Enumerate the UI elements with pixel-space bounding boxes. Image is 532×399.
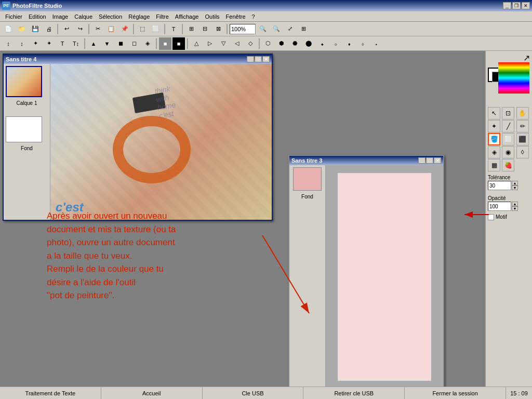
paint-bucket-btn[interactable]: 🪣 [488, 133, 500, 145]
tb2-2[interactable]: ↕ [16, 37, 28, 50]
color-spectrum[interactable] [498, 62, 529, 94]
tb2-16[interactable]: ▽ [217, 37, 230, 50]
doc2-maximize[interactable]: □ [426, 157, 433, 164]
menu-fichier[interactable]: Fichier [2, 12, 25, 21]
tb2-25[interactable]: ⬧ [343, 37, 355, 50]
tb2-23[interactable]: ⬥ [316, 37, 328, 50]
doc2-title-bar[interactable]: Sans titre 3 _ □ ✕ [289, 156, 443, 165]
doc2-close[interactable]: ✕ [434, 157, 441, 164]
color-picker-area[interactable] [488, 62, 529, 104]
tb2-10[interactable]: ◻ [128, 37, 140, 50]
menu-edition[interactable]: Edition [25, 12, 49, 21]
tb7[interactable]: ⊟ [198, 23, 211, 35]
tb2-13[interactable]: ■ [172, 37, 185, 50]
doc1-canvas[interactable]: thinkwithhomec'est c'est [50, 64, 272, 220]
tb-r4-2[interactable]: ◉ [502, 146, 514, 158]
tb2-21[interactable]: ⬣ [289, 37, 301, 50]
tb-r4-1[interactable]: ◈ [488, 146, 500, 158]
redo-button[interactable]: ↪ [74, 23, 86, 35]
open-button[interactable]: 📁 [16, 23, 28, 35]
tb2-5[interactable]: T [56, 37, 69, 50]
tb8[interactable]: ⊠ [212, 23, 224, 35]
zoom-input[interactable] [230, 24, 256, 34]
maximize-button[interactable]: ❐ [512, 2, 521, 9]
menu-affichage[interactable]: Affichage [172, 12, 202, 21]
doc1-layer2-thumb[interactable] [6, 116, 42, 142]
doc2-layer1-thumb[interactable] [293, 167, 322, 191]
opacity-up[interactable]: ▲ [512, 202, 518, 206]
doc2-controls[interactable]: _ □ ✕ [418, 157, 441, 164]
doc2-canvas[interactable] [326, 165, 443, 389]
cut-button[interactable]: ✂ [91, 23, 104, 35]
tb2-12[interactable]: ■ [159, 37, 171, 50]
copy-button[interactable]: 📋 [105, 23, 117, 35]
doc1-minimize[interactable]: _ [247, 56, 254, 62]
title-bar-controls[interactable]: _ ❐ ✕ [503, 2, 530, 9]
deselect-button[interactable]: ⬜ [150, 23, 162, 35]
text-button[interactable]: T [167, 23, 180, 35]
magic-wand-btn[interactable]: ✦ [488, 120, 500, 132]
tb2-3[interactable]: ✦ [29, 37, 42, 50]
stamp-btn[interactable]: ⬜ [502, 133, 514, 145]
tb-r5-2[interactable]: 🍓 [502, 159, 514, 171]
select-all-button[interactable]: ⬚ [136, 23, 149, 35]
menu-image[interactable]: Image [49, 12, 72, 21]
menu-fenetre[interactable]: Fenêtre [223, 12, 249, 21]
tb2-11[interactable]: ◈ [141, 37, 154, 50]
tb2-22[interactable]: ⬤ [302, 37, 315, 50]
opacity-down[interactable]: ▼ [512, 206, 518, 211]
tb-r1-2[interactable]: ⊡ [502, 107, 514, 119]
tb2-26[interactable]: ⬨ [356, 37, 369, 50]
tolerance-down[interactable]: ▼ [512, 185, 518, 190]
tb2-24[interactable]: ⬦ [329, 37, 342, 50]
status-traitement[interactable]: Traitement de Texte [0, 387, 101, 399]
tb2-6[interactable]: T↕ [70, 37, 82, 50]
doc2-minimize[interactable]: _ [418, 157, 425, 164]
paste-button[interactable]: 📌 [118, 23, 131, 35]
print-button[interactable]: 🖨 [43, 23, 55, 35]
pencil-btn[interactable]: ✏ [516, 120, 529, 132]
new-button[interactable]: 📄 [2, 23, 15, 35]
doc1-maximize[interactable]: □ [255, 56, 262, 62]
tb2-19[interactable]: ⬡ [262, 37, 274, 50]
tb-fit2[interactable]: ⊞ [297, 23, 310, 35]
tb2-4[interactable]: ✦ [43, 37, 55, 50]
copy2-button[interactable]: ⊞ [185, 23, 197, 35]
tb2-27[interactable]: ⬩ [370, 37, 382, 50]
tb2-17[interactable]: ◁ [231, 37, 243, 50]
tolerance-spinner[interactable]: ▲ ▼ [512, 181, 518, 190]
status-accueil[interactable]: Accueil [101, 387, 203, 399]
menu-filtre[interactable]: Filtre [153, 12, 171, 21]
menu-reglage[interactable]: Réglage [125, 12, 153, 21]
opacity-spinner[interactable]: ▲ ▼ [512, 202, 518, 211]
menu-calque[interactable]: Calque [71, 12, 96, 21]
status-fermer[interactable]: Fermer la session [405, 387, 506, 399]
minimize-button[interactable]: _ [503, 2, 511, 9]
fit-button[interactable]: ⤢ [284, 23, 296, 35]
status-cle-usb[interactable]: Cle USB [203, 387, 304, 399]
doc1-layer1-thumb[interactable] [6, 66, 42, 97]
tb2-9[interactable]: ◼ [114, 37, 127, 50]
tb2-20[interactable]: ⬢ [275, 37, 288, 50]
tolerance-input[interactable] [488, 181, 511, 190]
status-retirer-cle[interactable]: Retirer cle USB [303, 387, 405, 399]
menu-selection[interactable]: Sélection [96, 12, 125, 21]
save-button[interactable]: 💾 [29, 23, 42, 35]
undo-button[interactable]: ↩ [60, 23, 73, 35]
doc1-title-bar[interactable]: Sans titre 4 _ □ ✕ [4, 55, 272, 64]
menu-outils[interactable]: Outils [202, 12, 222, 21]
tb-r2-2[interactable]: ╱ [502, 120, 514, 132]
doc1-controls[interactable]: _ □ ✕ [247, 56, 270, 62]
opacity-input[interactable] [488, 202, 511, 211]
doc1-close[interactable]: ✕ [262, 56, 270, 62]
tb2-18[interactable]: ◇ [244, 37, 257, 50]
tolerance-up[interactable]: ▲ [512, 181, 518, 185]
motif-checkbox[interactable] [488, 214, 494, 220]
tb2-1[interactable]: ↕ [2, 37, 15, 50]
tb2-8[interactable]: ▼ [101, 37, 113, 50]
tb-r4-3[interactable]: ◊ [516, 146, 529, 158]
zoom-out-button[interactable]: 🔍 [270, 23, 283, 35]
tb2-7[interactable]: ▲ [87, 37, 100, 50]
zoom-in-button[interactable]: 🔍 [257, 23, 269, 35]
menu-help[interactable]: ? [249, 12, 258, 21]
